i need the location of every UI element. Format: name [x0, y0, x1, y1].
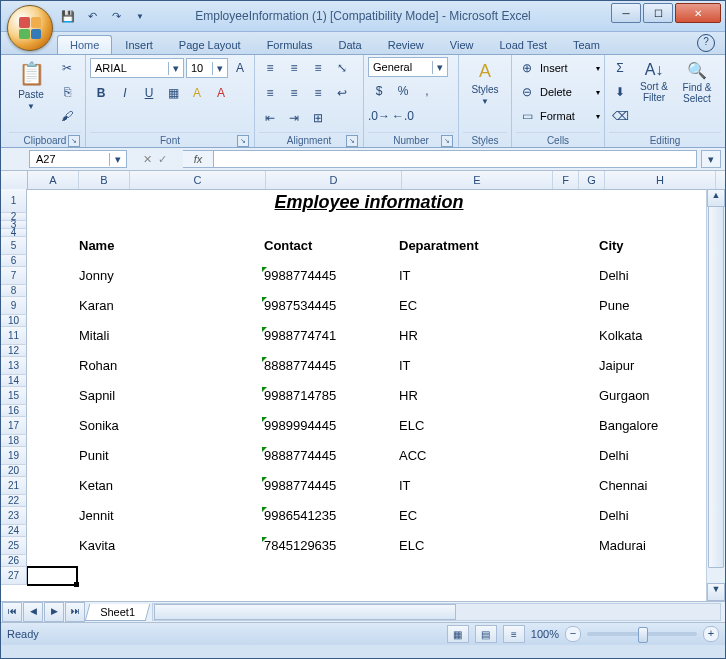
tab-team[interactable]: Team — [560, 35, 613, 54]
col-header-G[interactable]: G — [579, 171, 605, 189]
scroll-up-icon[interactable]: ▲ — [707, 189, 725, 207]
row-header[interactable]: 10 — [1, 315, 27, 327]
tab-page-layout[interactable]: Page Layout — [166, 35, 254, 54]
italic-button[interactable]: I — [114, 82, 136, 104]
cell[interactable]: 9988774445 — [262, 477, 338, 495]
worksheet-grid[interactable]: ABCDEFGH 1234567891011121314151617181920… — [1, 171, 725, 601]
cell[interactable]: Rohan — [77, 357, 119, 375]
maximize-button[interactable]: ☐ — [643, 3, 673, 23]
row-header[interactable]: 22 — [1, 495, 27, 507]
cell[interactable]: EC — [397, 507, 419, 525]
chevron-down-icon[interactable]: ▾ — [109, 153, 126, 166]
cell[interactable]: Name — [77, 237, 116, 255]
bold-button[interactable]: B — [90, 82, 112, 104]
cell[interactable]: 9988714785 — [262, 387, 338, 405]
number-format-combo[interactable]: General▾ — [368, 57, 448, 77]
page-break-view-icon[interactable]: ≡ — [503, 625, 525, 643]
wrap-text-icon[interactable]: ↩ — [331, 82, 353, 104]
cell[interactable]: Bangalore — [597, 417, 660, 435]
tab-data[interactable]: Data — [325, 35, 374, 54]
select-all-corner[interactable] — [1, 171, 28, 189]
cell[interactable]: 9989994445 — [262, 417, 338, 435]
redo-icon[interactable]: ↷ — [107, 7, 125, 25]
hscroll-thumb[interactable] — [154, 604, 456, 620]
horizontal-scrollbar[interactable] — [152, 603, 721, 621]
row-header[interactable]: 16 — [1, 405, 27, 417]
cell[interactable]: ELC — [397, 417, 426, 435]
sheet-nav-first-icon[interactable]: ⏮ — [2, 602, 22, 622]
border-icon[interactable]: ▦ — [162, 82, 184, 104]
row-header[interactable]: 18 — [1, 435, 27, 447]
save-icon[interactable]: 💾 — [59, 7, 77, 25]
cell[interactable]: Kolkata — [597, 327, 644, 345]
cell[interactable]: Pune — [597, 297, 631, 315]
cell[interactable]: Sonika — [77, 417, 121, 435]
fx-icon[interactable]: fx — [183, 150, 214, 168]
row-header[interactable]: 4 — [1, 229, 27, 237]
align-center-icon[interactable]: ≡ — [283, 82, 305, 104]
copy-icon[interactable]: ⎘ — [56, 81, 78, 103]
row-header[interactable]: 9 — [1, 297, 27, 315]
tab-home[interactable]: Home — [57, 35, 112, 54]
col-header-A[interactable]: A — [28, 171, 79, 189]
office-button[interactable] — [7, 5, 53, 51]
tab-review[interactable]: Review — [375, 35, 437, 54]
grow-font-icon[interactable]: A — [230, 57, 250, 79]
font-launcher[interactable]: ↘ — [237, 135, 249, 147]
row-header[interactable]: 15 — [1, 387, 27, 405]
clipboard-launcher[interactable]: ↘ — [68, 135, 80, 147]
row-header[interactable]: 17 — [1, 417, 27, 435]
cells-insert-button[interactable]: ⊕ Insert ▾ — [516, 57, 600, 79]
cell[interactable]: Karan — [77, 297, 116, 315]
zoom-in-button[interactable]: + — [703, 626, 719, 642]
align-right-icon[interactable]: ≡ — [307, 82, 329, 104]
cell[interactable]: 8888774445 — [262, 357, 338, 375]
comma-icon[interactable]: , — [416, 80, 438, 102]
cell[interactable]: Mitali — [77, 327, 111, 345]
cell[interactable]: Chennai — [597, 477, 649, 495]
row-header[interactable]: 19 — [1, 447, 27, 465]
cell[interactable]: Sapnil — [77, 387, 117, 405]
row-header[interactable]: 27 — [1, 567, 27, 585]
cell[interactable]: 9987534445 — [262, 297, 338, 315]
row-header[interactable]: 13 — [1, 357, 27, 375]
paste-button[interactable]: 📋 Paste ▼ — [9, 57, 53, 115]
cell[interactable]: Jaipur — [597, 357, 636, 375]
zoom-percent[interactable]: 100% — [531, 628, 559, 640]
zoom-out-button[interactable]: − — [565, 626, 581, 642]
tab-load-test[interactable]: Load Test — [486, 35, 560, 54]
sort-filter-button[interactable]: A↓ Sort & Filter — [634, 57, 674, 107]
dec-indent-icon[interactable]: ⇤ — [259, 107, 281, 129]
cell[interactable]: Kavita — [77, 537, 117, 555]
cell[interactable]: Gurgaon — [597, 387, 652, 405]
sheet-nav-next-icon[interactable]: ▶ — [44, 602, 64, 622]
row-header[interactable]: 1 — [1, 189, 27, 213]
autosum-icon[interactable]: Σ — [609, 57, 631, 79]
sheet-nav-prev-icon[interactable]: ◀ — [23, 602, 43, 622]
cut-icon[interactable]: ✂ — [56, 57, 78, 79]
cell[interactable]: 9988774445 — [262, 267, 338, 285]
col-header-C[interactable]: C — [130, 171, 266, 189]
row-header[interactable]: 23 — [1, 507, 27, 525]
undo-icon[interactable]: ↶ — [83, 7, 101, 25]
alignment-launcher[interactable]: ↘ — [346, 135, 358, 147]
col-header-H[interactable]: H — [605, 171, 716, 189]
find-select-button[interactable]: 🔍 Find & Select — [677, 57, 717, 108]
minimize-button[interactable]: ─ — [611, 3, 641, 23]
cells-format-button[interactable]: ▭ Format ▾ — [516, 105, 600, 127]
align-left-icon[interactable]: ≡ — [259, 82, 281, 104]
qat-dropdown-icon[interactable]: ▼ — [131, 7, 149, 25]
zoom-thumb[interactable] — [638, 627, 648, 643]
cells-delete-button[interactable]: ⊖ Delete ▾ — [516, 81, 600, 103]
col-header-F[interactable]: F — [553, 171, 579, 189]
align-mid-icon[interactable]: ≡ — [283, 57, 305, 79]
accept-fn-icon[interactable]: ✓ — [158, 153, 167, 166]
fill-color-icon[interactable]: A — [186, 82, 208, 104]
row-header[interactable]: 21 — [1, 477, 27, 495]
inc-indent-icon[interactable]: ⇥ — [283, 107, 305, 129]
cell[interactable]: 9888774445 — [262, 447, 338, 465]
cell[interactable]: ACC — [397, 447, 428, 465]
cell[interactable]: Delhi — [597, 267, 631, 285]
cell[interactable]: 7845129635 — [262, 537, 338, 555]
dec-decimal-icon[interactable]: ←.0 — [392, 105, 414, 127]
